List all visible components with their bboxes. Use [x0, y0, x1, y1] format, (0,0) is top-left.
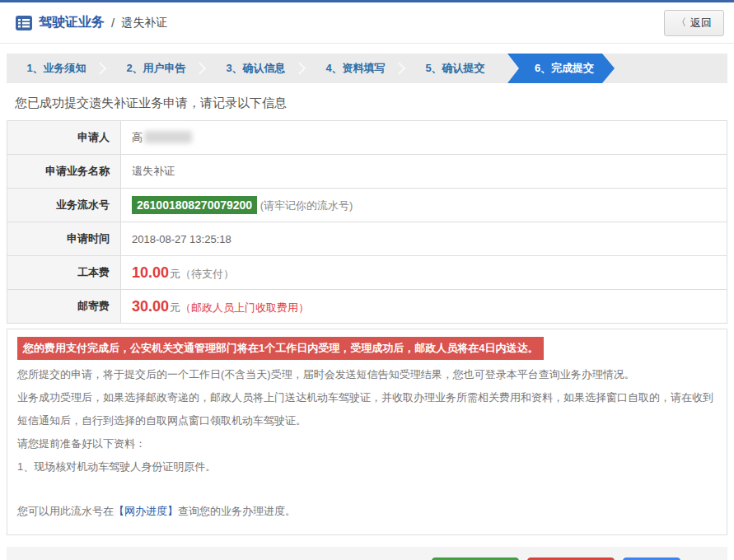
back-button[interactable]: 〈 返回 — [664, 10, 724, 36]
chevron-left-icon: 〈 — [676, 16, 686, 30]
row-value: 高 — [121, 121, 727, 155]
step-label: 5、确认提交 — [425, 61, 484, 76]
row-value: 2018-08-27 13:25:18 — [121, 222, 727, 256]
fee-note: （待支付） — [180, 268, 234, 280]
table-row-business-name: 申请业务名称 遗失补证 — [7, 155, 727, 189]
page-subtitle: 遗失补证 — [121, 16, 167, 30]
row-label: 申请时间 — [7, 222, 121, 256]
progress-text-suffix: 查询您的业务办理进度。 — [178, 505, 296, 517]
step-2-declaration: 2、用户申告 — [106, 54, 206, 83]
row-value: 30.00元（邮政人员上门收取费用） — [121, 290, 727, 324]
breadcrumb-separator: / — [111, 16, 115, 30]
progress-link[interactable]: 【网办进度】 — [114, 505, 178, 517]
notice-paragraph-3: 请您提前准备好以下资料： — [17, 432, 717, 455]
chevron-right-icon — [393, 62, 406, 75]
row-label: 申请业务名称 — [7, 155, 121, 189]
notice-paragraph-1: 您所提交的申请，将于提交后的一个工作日(不含当天)受理，届时会发送短信告知受理结… — [17, 363, 717, 386]
notice-paragraph-2: 业务成功受理后，如果选择邮政寄递的，邮政人员将上门送达机动车驾驶证，并收取办理业… — [17, 386, 717, 432]
redaction-blur — [144, 131, 192, 143]
breadcrumb: 驾驶证业务 / 遗失补证 — [15, 14, 167, 31]
table-row-serial-number: 业务流水号 261001808270079200 (请牢记你的流水号) — [7, 189, 727, 222]
row-value: 261001808270079200 (请牢记你的流水号) — [121, 189, 727, 222]
step-1-notice: 1、业务须知 — [7, 54, 106, 83]
page-header: 驾驶证业务 / 遗失补证 〈 返回 — [0, 2, 734, 44]
notice-paragraph-5: 您可以用此流水号在【网办进度】查询您的业务办理进度。 — [17, 500, 717, 523]
step-label: 2、用户申告 — [126, 61, 185, 76]
table-row-apply-time: 申请时间 2018-08-27 13:25:18 — [7, 222, 727, 256]
serial-note: (请牢记你的流水号) — [260, 199, 353, 212]
step-5-confirm-submit: 5、确认提交 — [405, 54, 505, 83]
alert-banner: 您的费用支付完成后，公安机关交通管理部门将在1个工作日内受理，受理成功后，邮政人… — [17, 337, 544, 360]
row-label: 申请人 — [7, 121, 121, 155]
success-message: 您已成功提交遗失补证业务申请，请记录以下信息 — [15, 96, 727, 111]
notice-paragraph-4: 1、现场核对机动车驾驶人身份证明原件。 — [17, 455, 717, 478]
steps-filler — [615, 54, 727, 83]
row-label: 工本费 — [7, 256, 121, 290]
fee-note: （邮政人员上门收取费用） — [180, 301, 309, 314]
footer-bar: ¥ 继续支付 ¥ 取消支付 返回 — [7, 547, 727, 560]
step-6-complete-submit-active: 6、完成提交 — [507, 54, 615, 83]
serial-number-badge: 261001808270079200 — [132, 196, 257, 214]
row-label: 业务流水号 — [7, 189, 121, 222]
table-row-production-fee: 工本费 10.00元（待支付） — [7, 256, 727, 290]
chevron-right-icon — [194, 62, 207, 75]
table-row-applicant: 申请人 高 — [7, 121, 727, 155]
row-value: 10.00元（待支付） — [121, 256, 727, 290]
chevron-right-icon — [94, 62, 107, 75]
notice-spacer — [17, 478, 717, 500]
list-icon — [15, 15, 33, 31]
row-value: 遗失补证 — [121, 155, 727, 189]
applicant-name: 高 — [132, 131, 143, 143]
progress-text-prefix: 您可以用此流水号在 — [17, 505, 114, 517]
fee-amount: 30.00 — [132, 298, 169, 315]
table-row-postage-fee: 邮寄费 30.00元（邮政人员上门收取费用） — [7, 290, 727, 324]
fee-amount: 10.00 — [132, 264, 169, 281]
step-label: 6、完成提交 — [535, 61, 594, 76]
step-progress-bar: 1、业务须知 2、用户申告 3、确认信息 4、资料填写 5、确认提交 6、完成提… — [7, 54, 727, 83]
step-label: 1、业务须知 — [26, 61, 86, 76]
step-3-confirm-info: 3、确认信息 — [206, 54, 306, 83]
fee-unit: 元 — [170, 301, 180, 314]
step-4-fill-materials: 4、资料填写 — [306, 54, 405, 83]
back-button-label: 返回 — [690, 16, 712, 30]
page: 驾驶证业务 / 遗失补证 〈 返回 1、业务须知 2、用户申告 3、确认信息 4… — [0, 0, 734, 560]
step-label: 3、确认信息 — [226, 61, 285, 76]
row-label: 邮寄费 — [7, 290, 121, 324]
page-title: 驾驶证业务 — [39, 14, 105, 31]
chevron-right-icon — [293, 62, 306, 75]
result-table: 申请人 高 申请业务名称 遗失补证 业务流水号 2610018082700792… — [7, 120, 727, 324]
fee-unit: 元 — [170, 268, 180, 280]
step-label: 4、资料填写 — [325, 61, 385, 76]
notice-panel: 您的费用支付完成后，公安机关交通管理部门将在1个工作日内受理，受理成功后，邮政人… — [7, 329, 727, 535]
